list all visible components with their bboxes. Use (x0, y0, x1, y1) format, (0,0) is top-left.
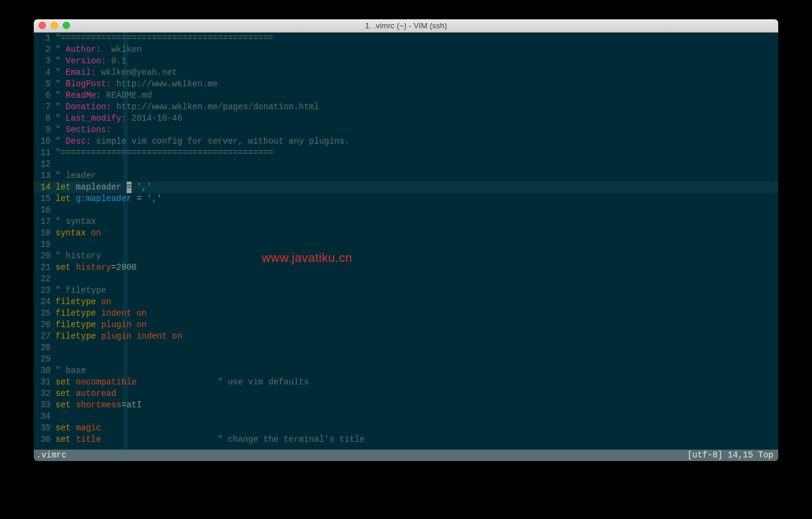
code-line[interactable]: 8" Last_modify: 2014-10-46 (34, 113, 778, 124)
code-line[interactable]: 33set shortmess=atI (34, 400, 778, 411)
line-number: 1 (34, 33, 53, 44)
code-line[interactable]: 30" base (34, 365, 778, 377)
line-number: 21 (34, 262, 53, 273)
zoom-icon[interactable] (63, 22, 70, 29)
code-content: set history=2000 (53, 262, 136, 273)
code-line[interactable]: 35set magic (34, 422, 778, 434)
line-number: 26 (34, 319, 53, 331)
line-number: 31 (34, 377, 53, 388)
code-line[interactable]: 26filetype plugin on (34, 319, 778, 331)
code-line[interactable]: 15let g:mapleader = ',' (34, 193, 778, 205)
titlebar: 1. .vimrc (~) - VIM (ssh) (34, 19, 778, 33)
code-line[interactable]: 19 (34, 239, 778, 250)
line-number: 15 (34, 193, 53, 205)
code-content: "=======================================… (53, 33, 273, 44)
code-line[interactable]: 14let mapleader = ',' (34, 182, 778, 193)
code-line[interactable]: 2" Author: wklken (34, 44, 778, 56)
code-content: set nocompatible " use vim defaults (53, 377, 309, 388)
traffic-lights (39, 22, 70, 29)
code-content: " Desc: simple vim config for server, wi… (53, 136, 349, 147)
code-content: filetype plugin indent on (53, 331, 182, 342)
line-number: 8 (34, 113, 53, 124)
code-content: " leader (53, 170, 96, 182)
code-line[interactable]: 4" Email: wklken@yeah.net (34, 67, 778, 78)
minimize-icon[interactable] (51, 22, 58, 29)
code-content: " Donation: http://www.wklken.me/pages/d… (53, 101, 319, 113)
code-content: " Sections: (53, 124, 111, 136)
code-line[interactable]: 7" Donation: http://www.wklken.me/pages/… (34, 101, 778, 113)
code-line[interactable]: 6" ReadMe: README.md (34, 90, 778, 101)
code-content: " BlogPost: http://www.wklken.me (53, 78, 218, 90)
code-line[interactable]: 34 (34, 411, 778, 422)
code-line[interactable]: 12 (34, 159, 778, 170)
code-content: set autoread (53, 388, 116, 400)
code-content (53, 354, 56, 365)
code-line[interactable]: 25filetype indent on (34, 308, 778, 319)
code-content: set title " change the terminal's title (53, 434, 365, 445)
line-number: 4 (34, 67, 53, 78)
code-line[interactable]: 27filetype plugin indent on (34, 331, 778, 342)
code-line[interactable]: 36set title " change the terminal's titl… (34, 434, 778, 445)
line-number: 6 (34, 90, 53, 101)
line-number: 10 (34, 136, 53, 147)
code-line[interactable]: 31set nocompatible " use vim defaults (34, 377, 778, 388)
line-number: 5 (34, 78, 53, 90)
code-content: " filetype (53, 285, 106, 296)
code-line[interactable]: 3" Version: 0.1 (34, 56, 778, 67)
code-content: " Last_modify: 2014-10-46 (53, 113, 182, 124)
editor-area[interactable]: 1"======================================… (34, 33, 778, 450)
line-number: 14 (34, 182, 53, 193)
code-line[interactable]: 10" Desc: simple vim config for server, … (34, 136, 778, 147)
code-line[interactable]: 11"=====================================… (34, 147, 778, 159)
status-scroll: Top (758, 450, 773, 460)
code-content: " syntax (53, 216, 96, 228)
code-content: " history (53, 250, 101, 262)
code-content: syntax on (53, 228, 101, 239)
code-content: " ReadMe: README.md (53, 90, 152, 101)
code-content: " Author: wklken (53, 44, 142, 56)
code-content: "=======================================… (53, 147, 273, 159)
code-line[interactable]: 9" Sections: (34, 124, 778, 136)
statusline: .vimrc [utf-8] 14,15 Top (34, 450, 778, 461)
line-number: 7 (34, 101, 53, 113)
code-line[interactable]: 13" leader (34, 170, 778, 182)
code-content (53, 205, 56, 216)
code-line[interactable]: 5" BlogPost: http://www.wklken.me (34, 78, 778, 90)
code-line[interactable]: 20" history (34, 250, 778, 262)
line-number: 9 (34, 124, 53, 136)
code-line[interactable]: 32set autoread (34, 388, 778, 400)
code-content: " Email: wklken@yeah.net (53, 67, 177, 78)
code-line[interactable]: 24filetype on (34, 296, 778, 308)
code-content: filetype plugin on (53, 319, 147, 331)
code-line[interactable]: 18syntax on (34, 228, 778, 239)
terminal-window: 1. .vimrc (~) - VIM (ssh) 1"============… (34, 19, 778, 461)
line-number: 11 (34, 147, 53, 159)
code-content (53, 159, 56, 170)
code-content: let mapleader = ',' (53, 182, 152, 193)
code-content: filetype indent on (53, 308, 147, 319)
code-content (53, 342, 56, 354)
code-line[interactable]: 21set history=2000 (34, 262, 778, 273)
line-number: 16 (34, 205, 53, 216)
line-number: 36 (34, 434, 53, 445)
line-number: 28 (34, 342, 53, 354)
line-number: 29 (34, 354, 53, 365)
line-number: 34 (34, 411, 53, 422)
line-number: 2 (34, 44, 53, 56)
code-line[interactable]: 16 (34, 205, 778, 216)
code-line[interactable]: 1"======================================… (34, 33, 778, 44)
code-line[interactable]: 17" syntax (34, 216, 778, 228)
line-number: 19 (34, 239, 53, 250)
line-number: 22 (34, 273, 53, 285)
code-line[interactable]: 23" filetype (34, 285, 778, 296)
code-line[interactable]: 28 (34, 342, 778, 354)
code-content: set magic (53, 422, 101, 434)
code-line[interactable]: 22 (34, 273, 778, 285)
code-line[interactable]: 29 (34, 354, 778, 365)
close-icon[interactable] (39, 22, 46, 29)
line-number: 12 (34, 159, 53, 170)
line-number: 13 (34, 170, 53, 182)
code-content: set shortmess=atI (53, 400, 142, 411)
line-number: 35 (34, 422, 53, 434)
line-number: 24 (34, 296, 53, 308)
